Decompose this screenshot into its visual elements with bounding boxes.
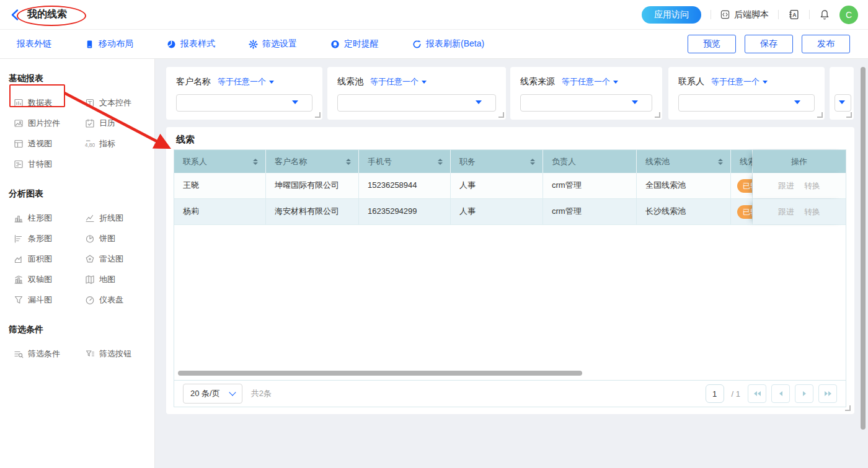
sidebar-item-label: 数据表 (28, 97, 52, 108)
toolbar-item-4[interactable]: 筛选设置 (249, 38, 297, 50)
sidebar-item-radar-chart[interactable]: 雷达图 (85, 249, 144, 269)
sidebar-item-filter-button[interactable]: 筛选按钮 (85, 343, 144, 364)
resize-handle[interactable] (655, 112, 660, 118)
sidebar-item-line-chart[interactable]: 折线图 (85, 208, 144, 228)
caret-down-icon (794, 100, 800, 104)
publish-button[interactable]: 发布 (802, 35, 850, 53)
sidebar-item-bar-chart[interactable]: 条形图 (14, 228, 85, 249)
bell-icon[interactable] (819, 9, 830, 20)
sidebar-item-image-widget[interactable]: 图片控件 (14, 113, 85, 133)
sort-icon[interactable] (253, 159, 258, 165)
filter-select[interactable] (520, 94, 652, 112)
filter-select[interactable] (176, 94, 312, 112)
sidebar-item-label: 透视图 (28, 138, 52, 149)
calendar-icon (85, 118, 95, 128)
divider (809, 10, 810, 19)
toolbar-item-5[interactable]: 定时提醒 (330, 38, 379, 50)
avatar[interactable]: C (839, 6, 858, 24)
back-icon[interactable] (11, 9, 19, 20)
column-header-contact[interactable]: 联系人 (174, 150, 266, 173)
toolbar-item-2[interactable]: 移动布局 (85, 38, 133, 50)
filter-select[interactable] (835, 94, 851, 112)
sidebar-item-funnel-chart[interactable]: 漏斗图 (14, 289, 85, 310)
column-header-position[interactable]: 职务 (451, 150, 543, 173)
caret-down-icon (292, 100, 298, 104)
sidebar-item-gauge[interactable]: 仪表盘 (85, 289, 144, 310)
resize-handle[interactable] (817, 112, 823, 118)
sidebar-item-calendar[interactable]: 日历 (85, 113, 144, 133)
vertical-scrollbar[interactable] (861, 67, 866, 430)
column-header-owner: 负责人 (543, 150, 637, 173)
column-header-phone[interactable]: 手机号 (359, 150, 451, 173)
sidebar-section-title: 分析图表 (9, 188, 154, 200)
sidebar-item-column-chart[interactable]: 柱形图 (14, 208, 85, 228)
status-badge: 已转 (737, 205, 753, 219)
sidebar-item-label: 雷达图 (99, 254, 123, 265)
table-title: 线索 (176, 134, 195, 146)
save-button[interactable]: 保存 (745, 35, 793, 53)
sidebar-item-label: 漏斗图 (28, 294, 52, 306)
filter-operator[interactable]: 等于任意一个 (370, 76, 427, 87)
filter-operator[interactable]: 等于任意一个 (562, 76, 618, 87)
page-number-input[interactable]: 1 (706, 384, 724, 403)
resize-handle[interactable] (498, 112, 504, 118)
sort-icon[interactable] (346, 159, 351, 165)
toolbar-item-label: 报表样式 (180, 38, 215, 50)
first-page-button[interactable] (748, 384, 766, 403)
filter-operator[interactable]: 等于任意一个 (711, 76, 768, 87)
sidebar-item-pivot[interactable]: 透视图 (14, 133, 85, 154)
sidebar-item-area-chart[interactable]: 面积图 (14, 249, 85, 269)
toolbar-item-1[interactable]: 报表外链 (17, 38, 51, 50)
address-book-icon[interactable]: A (788, 9, 800, 20)
column-header-pool[interactable]: 线索池 (637, 150, 731, 173)
preview-button[interactable]: 预览 (688, 35, 736, 53)
app-access-button[interactable]: 应用访问 (642, 6, 701, 24)
sort-icon[interactable] (438, 159, 443, 165)
toolbar-item-6[interactable]: 报表刷新(Beta) (412, 38, 484, 50)
next-page-button[interactable] (795, 384, 813, 403)
prev-page-button[interactable] (771, 384, 790, 403)
filter-select[interactable] (337, 94, 496, 112)
filter-operator-label: 等于任意一个 (370, 76, 418, 87)
toolbar-item-3[interactable]: 报表样式 (167, 38, 215, 50)
table-cell-phone: 15236258944 (359, 173, 451, 198)
filter-operator[interactable]: 等于任意一个 (218, 76, 274, 87)
sidebar-item-filter-condition[interactable]: 筛选条件 (14, 343, 85, 364)
caret-down-icon (763, 81, 768, 84)
metric-icon: 4,80 (85, 139, 95, 149)
page-size-select[interactable]: 20 条/页 (183, 384, 242, 404)
sort-icon[interactable] (530, 159, 535, 165)
action-link[interactable]: 转换 (804, 200, 820, 224)
resize-handle[interactable] (315, 112, 321, 118)
resize-handle[interactable] (845, 405, 851, 411)
column-header-actions: 操作 (753, 150, 846, 173)
toolbar-item-label: 移动布局 (99, 38, 133, 50)
status-badge: 已转 (737, 179, 753, 193)
svg-text:4,80: 4,80 (85, 141, 95, 148)
sidebar-item-map[interactable]: 地图 (85, 269, 144, 289)
sidebar-item-gantt[interactable]: 甘特图 (14, 154, 85, 174)
filter-select[interactable] (678, 94, 815, 112)
table-row: 杨莉海安材料有限公司16235294299人事crm管理长沙线索池已转跟进转换 (174, 199, 846, 225)
sidebar-item-pie-chart[interactable]: 饼图 (85, 228, 144, 249)
horizontal-scrollbar[interactable] (178, 371, 582, 376)
action-link[interactable]: 跟进 (778, 200, 794, 224)
sidebar-item-metric[interactable]: 4,80指标 (85, 133, 144, 154)
sidebar-item-text-widget[interactable]: 文本控件 (85, 92, 144, 113)
resize-handle[interactable] (846, 112, 852, 118)
sidebar-item-dual-axis[interactable]: 双轴图 (14, 269, 85, 289)
report-canvas: 客户名称等于任意一个线索池等于任意一个线索来源等于任意一个联系人等于任意一个 线… (155, 59, 868, 468)
table-cell-owner: crm管理 (543, 199, 637, 224)
action-link[interactable]: 跟进 (778, 174, 794, 198)
table-cell-pool: 长沙线索池 (637, 199, 731, 224)
backend-script-button[interactable]: 后端脚本 (720, 9, 769, 20)
table-body: 王晓坤曜国际有限公司15236258944人事crm管理全国线索池已转跟进转换杨… (174, 173, 846, 225)
mobile-layout-icon (85, 40, 94, 49)
last-page-button[interactable] (818, 384, 837, 403)
sidebar-section-items: 筛选条件筛选按钮 (14, 343, 154, 364)
column-header-company[interactable]: 客户名称 (266, 150, 359, 173)
sort-icon[interactable] (718, 159, 723, 165)
sidebar-item-data-table[interactable]: 数据表 (14, 92, 85, 113)
table-cell-contact: 王晓 (174, 173, 266, 198)
action-link[interactable]: 转换 (804, 174, 820, 198)
